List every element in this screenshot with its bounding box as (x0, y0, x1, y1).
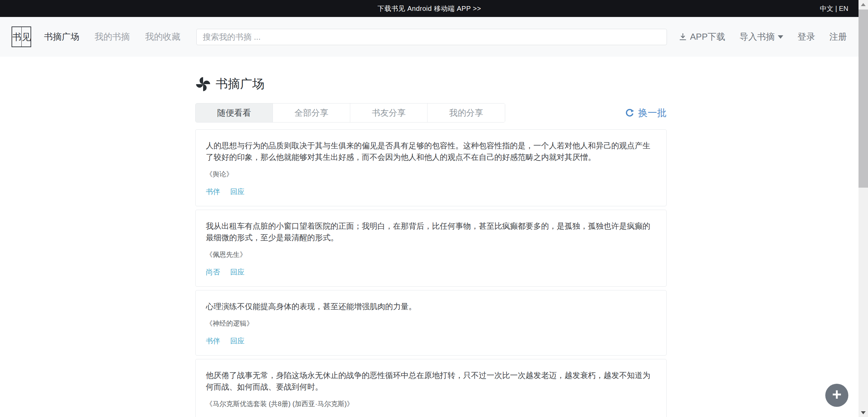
tab-random-browse[interactable]: 随便看看 (196, 103, 273, 122)
nav-item-my-excerpts[interactable]: 我的书摘 (95, 31, 130, 43)
sharer-link[interactable]: 书伴 (206, 336, 220, 346)
excerpt-text: 人的思想与行为的品质则取决于其与生俱来的偏见是否具有足够的包容性。这种包容性指的… (206, 140, 656, 163)
excerpt-card-list: 人的思想与行为的品质则取决于其与生俱来的偏见是否具有足够的包容性。这种包容性指的… (195, 129, 667, 417)
reply-link[interactable]: 回应 (230, 187, 244, 196)
tab-my-shares[interactable]: 我的分享 (428, 103, 505, 122)
tabs-row: 随便看看 全部分享 书友分享 我的分享 换一批 (195, 103, 667, 122)
main-content: 书摘广场 随便看看 全部分享 书友分享 我的分享 换一批 人的思想与行为的品质则… (195, 76, 667, 417)
top-announcement-bar: 下载书见 Android 移动端 APP >> 中文 | EN (0, 0, 859, 17)
excerpt-text: 他厌倦了战事无常，身陷这场永无休止的战争的恶性循环中总在原地打转，只不过一次比一… (206, 369, 656, 393)
excerpt-card: 他厌倦了战事无常，身陷这场永无休止的战争的恶性循环中总在原地打转，只不过一次比一… (195, 359, 667, 417)
header-actions: APP下载 导入书摘 登录 注册 (678, 31, 847, 43)
excerpt-actions: 书伴 回应 (206, 187, 656, 196)
site-header: 书 见 书摘广场 我的书摘 我的收藏 APP下载 导入书摘 登录 注册 (0, 17, 859, 57)
reply-link[interactable]: 回应 (230, 267, 244, 277)
logo-char-1: 书 (12, 27, 22, 46)
app-download-button[interactable]: APP下载 (678, 31, 725, 43)
excerpt-actions: 尚否 回应 (206, 267, 656, 277)
sharer-link[interactable]: 书伴 (206, 187, 220, 196)
refresh-icon (625, 108, 635, 118)
refresh-batch-button[interactable]: 换一批 (625, 107, 667, 119)
pinwheel-icon (195, 76, 211, 92)
download-icon (678, 33, 687, 41)
add-excerpt-fab[interactable]: + (825, 384, 848, 407)
scroll-down-icon (861, 411, 866, 414)
nav-item-excerpt-square[interactable]: 书摘广场 (44, 31, 79, 43)
page-scrollbar[interactable] (859, 0, 868, 417)
import-excerpts-dropdown[interactable]: 导入书摘 (739, 31, 783, 43)
excerpt-actions: 书伴 回应 (206, 336, 656, 346)
scrollbar-up-button[interactable] (859, 0, 868, 9)
excerpt-source: 《神经的逻辑》 (206, 319, 656, 328)
reply-link[interactable]: 回应 (230, 336, 244, 346)
page-title-row: 书摘广场 (195, 76, 667, 92)
excerpt-card: 人的思想与行为的品质则取决于其与生俱来的偏见是否具有足够的包容性。这种包容性指的… (195, 129, 667, 206)
excerpt-card: 我从出租车有点脏的小窗口望着医院的正面；我明白，在那背后，比任何事物，甚至比疯癫… (195, 210, 667, 287)
scrollbar-down-button[interactable] (859, 408, 868, 417)
logo-char-2: 见 (22, 27, 31, 46)
main-nav: 书摘广场 我的书摘 我的收藏 (44, 31, 196, 43)
page-title: 书摘广场 (216, 76, 264, 92)
sharer-link[interactable]: 尚否 (206, 267, 220, 277)
tab-group: 随便看看 全部分享 书友分享 我的分享 (195, 103, 505, 122)
plus-icon: + (832, 386, 842, 403)
excerpt-text: 心理演练不仅能提高身体的表现，甚至还能增强肌肉的力量。 (206, 301, 656, 312)
chevron-down-icon (778, 35, 783, 39)
nav-item-my-favorites[interactable]: 我的收藏 (145, 31, 180, 43)
language-switch[interactable]: 中文 | EN (820, 0, 848, 17)
search-input[interactable] (196, 29, 667, 45)
app-download-label: APP下载 (690, 31, 725, 43)
login-label: 登录 (797, 31, 815, 43)
scrollbar-thumb[interactable] (859, 10, 868, 188)
excerpt-source: 《佩恩先生》 (206, 250, 656, 259)
excerpt-source: 《马尔克斯优选套装 (共8册) (加西亚·马尔克斯)》 (206, 399, 656, 409)
register-label: 注册 (829, 31, 847, 43)
tab-all-shares[interactable]: 全部分享 (273, 103, 350, 122)
register-button[interactable]: 注册 (829, 31, 847, 43)
tab-friends-shares[interactable]: 书友分享 (350, 103, 428, 122)
scroll-up-icon (861, 3, 866, 6)
download-app-banner-link[interactable]: 下载书见 Android 移动端 APP >> (377, 4, 481, 13)
site-logo[interactable]: 书 见 (12, 26, 31, 47)
login-button[interactable]: 登录 (797, 31, 815, 43)
excerpt-text: 我从出租车有点脏的小窗口望着医院的正面；我明白，在那背后，比任何事物，甚至比疯癫… (206, 220, 656, 243)
import-excerpts-label: 导入书摘 (739, 31, 775, 43)
excerpt-source: 《舆论》 (206, 170, 656, 179)
excerpt-card: 心理演练不仅能提高身体的表现，甚至还能增强肌肉的力量。 《神经的逻辑》 书伴 回… (195, 290, 667, 356)
search-wrap (196, 29, 667, 45)
refresh-batch-label: 换一批 (638, 107, 667, 119)
